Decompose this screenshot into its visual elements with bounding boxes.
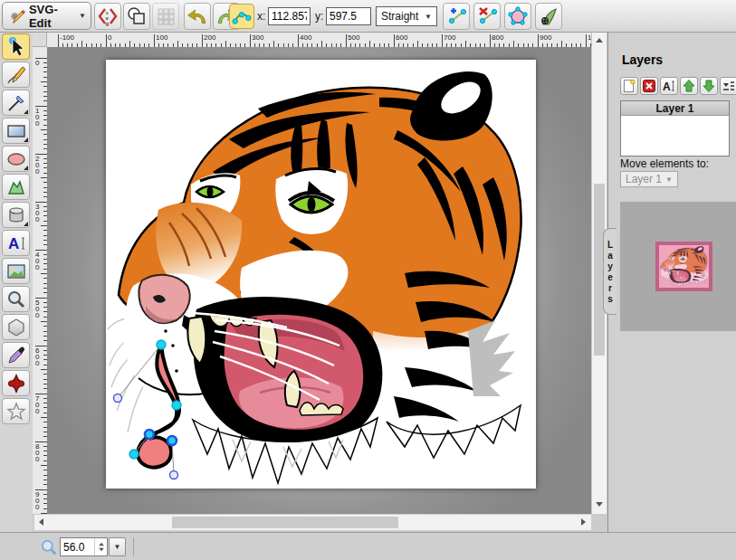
move-layer-down-button[interactable] — [700, 77, 718, 95]
delete-node-button[interactable] — [473, 3, 501, 30]
link-control-points-toggle[interactable] — [229, 4, 254, 29]
zoom-tool-icon — [5, 289, 27, 310]
path-control-point[interactable] — [170, 471, 178, 479]
undo-button[interactable] — [184, 3, 211, 30]
layers-panel: Layers A Layer 1 Move elements to: Layer… — [607, 33, 736, 532]
ruler-label: 0 — [35, 311, 40, 319]
ruler-label: 0 — [35, 59, 40, 67]
path-node-selected[interactable] — [167, 436, 177, 445]
add-subpath-button[interactable] — [535, 3, 562, 30]
flyout-arrow-icon — [24, 138, 28, 142]
path-node[interactable] — [172, 401, 181, 410]
scroll-up-arrow[interactable] — [596, 38, 603, 43]
tool-rect[interactable] — [2, 118, 30, 144]
tool-polygon[interactable] — [2, 314, 30, 340]
ruler-label: 0 — [35, 359, 40, 367]
main-menu-label: SVG-Edit — [29, 3, 75, 30]
path-tool-icon — [5, 176, 27, 198]
tool-pencil[interactable] — [2, 62, 30, 88]
rename-layer-button[interactable]: A — [660, 77, 678, 95]
segment-type-value: Straight — [381, 10, 418, 23]
chevron-down-icon: ▼ — [665, 176, 673, 184]
move-elements-label: Move elements to: — [620, 157, 709, 170]
scroll-left-arrow[interactable] — [39, 518, 43, 526]
path-control-point[interactable] — [114, 394, 122, 403]
tool-shapelib[interactable] — [2, 202, 30, 228]
tool-ellipse[interactable] — [2, 146, 30, 172]
source-code-icon: s v g — [97, 5, 119, 27]
tools-sidebar: A — [0, 33, 33, 532]
main-menu-button[interactable]: SVG-Edit ▼ — [2, 2, 91, 30]
path-node-selected[interactable] — [145, 430, 154, 439]
new-layer-button[interactable] — [620, 77, 638, 95]
path-node[interactable] — [129, 450, 139, 459]
ruler-label: 0 — [35, 263, 40, 271]
drawing-canvas[interactable] — [106, 60, 536, 489]
add-subpath-icon — [538, 5, 559, 27]
layers-tab-letter: L — [607, 240, 613, 250]
new-layer-icon — [622, 79, 636, 93]
overlapping-shapes-icon — [126, 5, 148, 27]
tool-line[interactable] — [2, 90, 30, 116]
x-coordinate-input[interactable] — [268, 7, 311, 25]
rename-layer-icon: A — [662, 79, 676, 93]
scroll-right-arrow[interactable] — [581, 518, 586, 526]
ruler-label: 700 — [444, 33, 456, 42]
layer-menu-button[interactable] — [720, 77, 736, 95]
control-handle-line — [118, 345, 161, 398]
ruler-label: 0 — [108, 33, 112, 42]
spinner-up-icon[interactable] — [99, 543, 104, 546]
text-tool-icon: A — [5, 233, 27, 254]
ruler-label: 500 — [348, 33, 360, 42]
svg-edit-logo-icon — [7, 6, 25, 26]
y-coordinate-label: y: — [315, 10, 323, 23]
horizontal-scrollbar[interactable] — [34, 515, 591, 530]
tool-star[interactable] — [2, 398, 30, 424]
move-elements-select[interactable]: Layer 1 ▼ — [620, 171, 678, 187]
ruler-label: 0 — [35, 167, 40, 176]
zoom-presets-button[interactable]: ▼ — [109, 537, 126, 556]
move-layer-up-button[interactable] — [680, 77, 698, 95]
path-nodes-icon — [232, 6, 252, 26]
ruler-label: 0 — [35, 215, 40, 223]
tool-text[interactable]: A — [2, 230, 30, 256]
edit-source-button[interactable]: s v g — [94, 3, 121, 30]
star-tool-icon — [5, 401, 27, 422]
layer-menu-icon — [722, 79, 736, 93]
layer-row[interactable]: Layer 1 — [621, 101, 729, 116]
zoom-input-wrap — [60, 537, 108, 556]
grid-icon — [155, 5, 177, 27]
layers-toolbar: A — [620, 77, 736, 95]
tool-path[interactable] — [2, 174, 30, 200]
path-node[interactable] — [157, 340, 166, 349]
segment-type-select[interactable]: Straight ▼ — [376, 6, 437, 26]
ruler-corner — [33, 33, 47, 47]
image-tool-icon — [5, 261, 27, 282]
tool-zoom[interactable] — [2, 286, 30, 312]
tool-ornament[interactable] — [2, 370, 30, 396]
add-node-button[interactable] — [443, 3, 470, 30]
layers-panel-tab[interactable]: Layers — [603, 228, 617, 315]
zoom-level-input[interactable] — [61, 541, 94, 554]
tool-eyedropper[interactable] — [2, 342, 30, 368]
open-close-path-button[interactable] — [504, 3, 531, 30]
layer-up-icon — [682, 79, 696, 93]
horizontal-scroll-thumb[interactable] — [172, 517, 398, 528]
tool-select[interactable] — [2, 33, 30, 60]
flyout-arrow-icon — [24, 222, 28, 226]
layer-list[interactable]: Layer 1 — [620, 100, 730, 157]
y-coordinate-input[interactable] — [326, 7, 371, 25]
zoom-spinner[interactable] — [94, 538, 107, 555]
tool-image[interactable] — [2, 258, 30, 284]
wireframe-shapes-button[interactable] — [123, 3, 150, 30]
scroll-down-arrow[interactable] — [596, 502, 603, 507]
preview-area — [620, 202, 736, 331]
statusbar-divider — [133, 537, 134, 556]
pencil-icon — [5, 64, 27, 86]
delete-layer-button[interactable] — [640, 77, 658, 95]
ruler-label: -100 — [60, 33, 75, 42]
svg-text:A: A — [663, 81, 671, 93]
spinner-down-icon[interactable] — [99, 548, 104, 552]
layers-tab-letter: r — [608, 283, 612, 293]
document-thumbnail — [655, 242, 712, 291]
